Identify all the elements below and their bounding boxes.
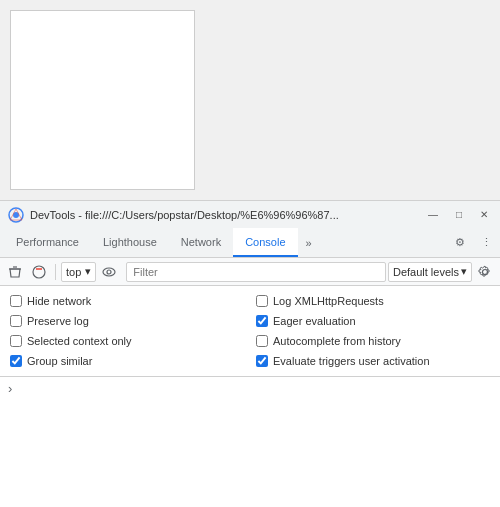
level-arrow-icon: ▾ bbox=[461, 265, 467, 278]
filter-input[interactable] bbox=[126, 262, 386, 282]
gear-icon bbox=[478, 265, 492, 279]
preview-box bbox=[10, 10, 195, 190]
context-value: top bbox=[66, 266, 81, 278]
console-toolbar: top ▾ Default levels ▾ bbox=[0, 258, 500, 286]
log-xml-label: Log XMLHttpRequests bbox=[273, 295, 384, 307]
tab-performance[interactable]: Performance bbox=[4, 228, 91, 257]
eye-button[interactable] bbox=[98, 261, 120, 283]
eval-triggers-label: Evaluate triggers user activation bbox=[273, 355, 430, 367]
filter-toggle-button[interactable] bbox=[28, 261, 50, 283]
filter-icon bbox=[32, 265, 46, 279]
more-options-icon[interactable]: ⋮ bbox=[473, 228, 500, 257]
settings-icon[interactable]: ⚙ bbox=[447, 228, 473, 257]
context-selector[interactable]: top ▾ bbox=[61, 262, 96, 282]
log-xml-checkbox[interactable] bbox=[256, 295, 268, 307]
tab-more-button[interactable]: » bbox=[298, 228, 320, 257]
chrome-icon bbox=[8, 207, 24, 223]
title-bar: DevTools - file:///C:/Users/popstar/Desk… bbox=[0, 200, 500, 228]
hide-network-option: Hide network bbox=[8, 292, 246, 310]
maximize-button[interactable]: □ bbox=[452, 207, 466, 222]
eval-triggers-option: Evaluate triggers user activation bbox=[254, 352, 492, 370]
autocomplete-option: Autocomplete from history bbox=[254, 332, 492, 350]
autocomplete-label: Autocomplete from history bbox=[273, 335, 401, 347]
tab-network[interactable]: Network bbox=[169, 228, 233, 257]
preview-area bbox=[0, 0, 500, 200]
log-xml-option: Log XMLHttpRequests bbox=[254, 292, 492, 310]
close-button[interactable]: ✕ bbox=[476, 207, 492, 222]
context-arrow-icon: ▾ bbox=[85, 265, 91, 278]
selected-context-option: Selected context only bbox=[8, 332, 246, 350]
tab-bar: Performance Lighthouse Network Console »… bbox=[0, 228, 500, 258]
minimize-button[interactable]: — bbox=[424, 207, 442, 222]
group-similar-label: Group similar bbox=[27, 355, 92, 367]
svg-point-4 bbox=[33, 266, 45, 278]
group-similar-option: Group similar bbox=[8, 352, 246, 370]
title-text: DevTools - file:///C:/Users/popstar/Desk… bbox=[30, 209, 339, 221]
preserve-log-option: Preserve log bbox=[8, 312, 246, 330]
tab-console[interactable]: Console bbox=[233, 228, 297, 257]
svg-point-8 bbox=[483, 269, 488, 274]
eye-icon bbox=[102, 265, 116, 279]
clear-icon bbox=[8, 265, 22, 279]
console-settings-panel: Hide network Log XMLHttpRequests Preserv… bbox=[0, 286, 500, 377]
hide-network-checkbox[interactable] bbox=[10, 295, 22, 307]
svg-point-7 bbox=[107, 270, 111, 274]
console-prompt: › bbox=[8, 381, 12, 396]
log-level-selector[interactable]: Default levels ▾ bbox=[388, 262, 472, 282]
selected-context-label: Selected context only bbox=[27, 335, 132, 347]
tab-spacer bbox=[320, 228, 447, 257]
title-bar-left: DevTools - file:///C:/Users/popstar/Desk… bbox=[8, 207, 339, 223]
hide-network-label: Hide network bbox=[27, 295, 91, 307]
tab-lighthouse[interactable]: Lighthouse bbox=[91, 228, 169, 257]
svg-point-6 bbox=[103, 268, 115, 276]
console-output[interactable]: › bbox=[0, 377, 500, 400]
toolbar-divider bbox=[55, 264, 56, 280]
level-label: Default levels bbox=[393, 266, 459, 278]
preserve-log-label: Preserve log bbox=[27, 315, 89, 327]
clear-console-button[interactable] bbox=[4, 261, 26, 283]
group-similar-checkbox[interactable] bbox=[10, 355, 22, 367]
console-settings-button[interactable] bbox=[474, 261, 496, 283]
autocomplete-checkbox[interactable] bbox=[256, 335, 268, 347]
eager-eval-option: Eager evaluation bbox=[254, 312, 492, 330]
preserve-log-checkbox[interactable] bbox=[10, 315, 22, 327]
eval-triggers-checkbox[interactable] bbox=[256, 355, 268, 367]
eager-eval-label: Eager evaluation bbox=[273, 315, 356, 327]
selected-context-checkbox[interactable] bbox=[10, 335, 22, 347]
title-bar-right: — □ ✕ bbox=[424, 207, 492, 222]
eager-eval-checkbox[interactable] bbox=[256, 315, 268, 327]
